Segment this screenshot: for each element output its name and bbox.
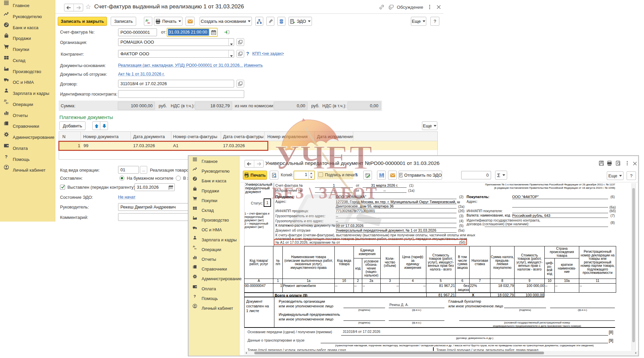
svg-text:БЕЗ \ ЗАБОТ: БЕЗ \ ЗАБОТ <box>272 184 378 202</box>
svg-text:Кт: Кт <box>148 22 150 24</box>
svg-text:Дт: Дт <box>146 19 149 22</box>
svg-text:УЧЕТ: УЧЕТ <box>274 138 373 176</box>
